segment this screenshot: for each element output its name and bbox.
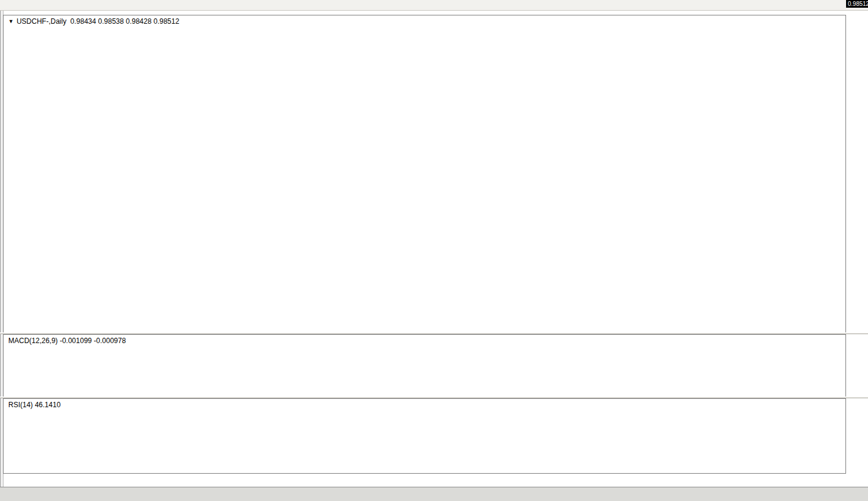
date-axis <box>0 474 868 486</box>
macd-label: MACD(12,26,9) -0.001099 -0.000978 <box>8 337 126 345</box>
candlestick-chart-canvas[interactable] <box>4 15 845 332</box>
price-axis: 0.98512 <box>846 0 868 501</box>
rsi-indicator-panel[interactable]: RSI(14) 46.1410 <box>3 398 846 474</box>
chart-symbol-label: USDCHF-,Daily <box>17 17 66 26</box>
rsi-label: RSI(14) 46.1410 <box>8 401 61 409</box>
macd-canvas[interactable] <box>4 335 845 397</box>
rsi-canvas[interactable] <box>4 399 845 473</box>
chart-tab-bar <box>0 487 868 501</box>
symbol-dropdown-icon[interactable]: ▼ <box>8 18 14 24</box>
current-price-tag: 0.98512 <box>846 0 868 8</box>
chart-ohlc-values: 0.98434 0.98538 0.98428 0.98512 <box>71 17 180 26</box>
timeframe-toolbar <box>0 0 868 11</box>
chart-title: ▼USDCHF-,Daily 0.98434 0.98538 0.98428 0… <box>8 17 179 26</box>
macd-indicator-panel[interactable]: MACD(12,26,9) -0.001099 -0.000978 <box>3 334 846 397</box>
main-chart-panel[interactable]: ▼USDCHF-,Daily 0.98434 0.98538 0.98428 0… <box>3 15 846 333</box>
mt4-chart-window: ▼USDCHF-,Daily 0.98434 0.98538 0.98428 0… <box>0 0 868 501</box>
